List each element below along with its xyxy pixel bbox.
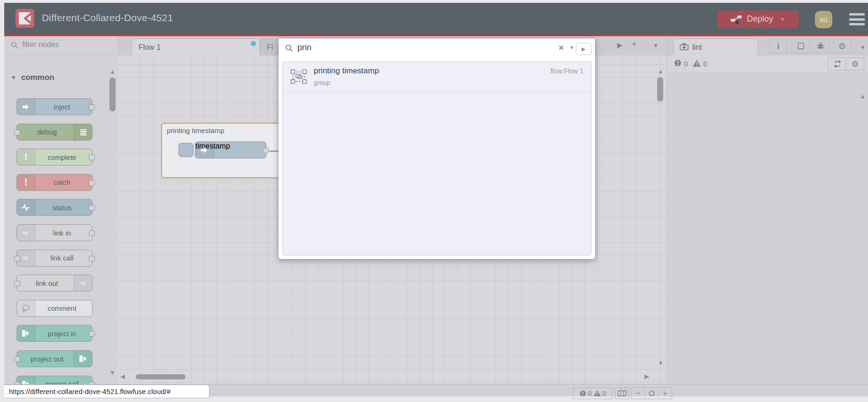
main-menu-button[interactable] bbox=[849, 13, 865, 25]
palette-node-catch[interactable]: !catch bbox=[16, 174, 93, 191]
palette: ▼ common injectdebug!complete!catchstatu… bbox=[4, 36, 118, 384]
search-input[interactable] bbox=[296, 42, 542, 53]
node-group-printing-timestamp[interactable]: printing timestamp timestamp bbox=[161, 123, 286, 178]
canvas-error-count: 0 bbox=[588, 390, 592, 397]
canvas-scroll-left-icon[interactable]: ◀ bbox=[120, 373, 125, 379]
config-nodes-tab-button[interactable]: ⚙ bbox=[833, 39, 851, 54]
clear-search-icon[interactable]: ✕ bbox=[558, 44, 564, 52]
palette-scroll-down-icon[interactable]: ▼ bbox=[109, 369, 116, 376]
search-results: printing timestamp group flow:Flow 1 bbox=[282, 62, 591, 255]
add-flow-button[interactable]: + bbox=[632, 39, 637, 49]
deploy-label: Deploy bbox=[747, 14, 773, 24]
search-input-row: ✕ ▼ ▶ bbox=[279, 39, 595, 59]
palette-node-comment[interactable]: comment bbox=[16, 300, 93, 317]
zoom-out-button[interactable]: − bbox=[631, 387, 645, 399]
navigator-map-button[interactable] bbox=[615, 387, 629, 399]
canvas-scroll-up-icon[interactable]: ▲ bbox=[658, 68, 664, 74]
output-port bbox=[89, 104, 95, 110]
sidebar-tabs-caret-icon[interactable]: ▼ bbox=[860, 44, 866, 51]
output-port bbox=[89, 205, 95, 211]
node-red-logo-icon bbox=[16, 9, 34, 28]
catch-icon: ! bbox=[17, 174, 35, 190]
canvas-scroll-right-icon[interactable]: ▶ bbox=[644, 373, 649, 379]
link-in-icon bbox=[17, 225, 35, 241]
search-next-button[interactable]: ▶ bbox=[576, 43, 591, 55]
palette-filter-input[interactable] bbox=[21, 40, 108, 49]
zoom-in-button[interactable]: + bbox=[658, 387, 672, 399]
lint-panel-body: ▲ bbox=[667, 72, 868, 384]
canvas-warning-count: 0 bbox=[603, 390, 606, 397]
canvas-hscrollbar-thumb[interactable] bbox=[136, 374, 186, 379]
palette-node-link-in[interactable]: link in bbox=[16, 224, 93, 241]
chevron-down-icon: ▼ bbox=[11, 74, 16, 81]
project-out-icon bbox=[74, 351, 92, 367]
palette-node-link-out[interactable]: link out bbox=[16, 275, 93, 292]
flow-list-caret-icon[interactable]: ▼ bbox=[653, 42, 659, 49]
complete-icon: ! bbox=[17, 149, 35, 165]
info-tab-button[interactable]: i bbox=[769, 39, 787, 54]
canvas-vscrollbar-thumb[interactable] bbox=[657, 77, 663, 102]
tab-scroll-right-icon[interactable]: ▶ bbox=[617, 41, 623, 49]
palette-filter bbox=[4, 36, 117, 56]
lint-warning-count: 0 bbox=[703, 60, 707, 68]
debug-tab-button[interactable] bbox=[812, 39, 829, 54]
sidebar-tab-bar: lint i ⚙ ▼ bbox=[667, 36, 868, 56]
tab-flow-1[interactable]: Flow 1 bbox=[132, 39, 260, 55]
search-dialog: ✕ ▼ ▶ printing timestamp bbox=[279, 39, 595, 259]
lint-panel-header: 0 0 ⚙ bbox=[667, 55, 868, 72]
output-port bbox=[89, 180, 95, 186]
palette-node-project-out[interactable]: project out bbox=[16, 350, 93, 367]
search-history-caret-icon[interactable]: ▼ bbox=[569, 45, 574, 50]
workspace-issue-counters[interactable]: 0 0 bbox=[573, 387, 612, 399]
input-port bbox=[14, 130, 20, 135]
deploy-icon bbox=[731, 15, 742, 24]
search-result-item[interactable]: printing timestamp group flow:Flow 1 bbox=[283, 62, 591, 93]
input-port bbox=[14, 356, 20, 362]
lint-refresh-button[interactable] bbox=[828, 57, 846, 71]
warning-triangle-icon bbox=[693, 60, 701, 68]
palette-node-inject[interactable]: inject bbox=[16, 98, 93, 115]
palette-scroll-up-icon[interactable]: ▲ bbox=[109, 68, 116, 75]
lint-error-count: 0 bbox=[684, 60, 688, 68]
input-port bbox=[14, 281, 20, 286]
first-aid-kit-icon bbox=[680, 43, 689, 52]
link-out-icon bbox=[74, 275, 92, 291]
help-tab-button[interactable] bbox=[791, 39, 809, 54]
palette-node-project-in[interactable]: project in bbox=[16, 325, 93, 342]
palette-node-project-call[interactable]: project call bbox=[16, 376, 93, 384]
user-avatar[interactable]: su bbox=[815, 11, 832, 28]
panel-scroll-up-icon[interactable]: ▲ bbox=[860, 93, 866, 100]
output-port bbox=[89, 331, 95, 337]
lint-settings-button[interactable]: ⚙ bbox=[846, 57, 864, 71]
deploy-options-caret-icon[interactable]: ▼ bbox=[780, 16, 785, 23]
result-type: group bbox=[314, 79, 331, 87]
node-red-editor: Different-Collared-Dove-4521 Deploy ▼ su… bbox=[0, 0, 868, 402]
status-icon bbox=[17, 199, 35, 215]
error-circle-icon bbox=[674, 59, 682, 68]
palette-node-link-call[interactable]: link call bbox=[16, 250, 93, 267]
inject-node-timestamp[interactable]: timestamp bbox=[195, 142, 266, 158]
output-port bbox=[89, 155, 95, 160]
search-icon bbox=[285, 44, 293, 54]
result-flow-label: flow:Flow 1 bbox=[550, 67, 583, 75]
zoom-reset-button[interactable] bbox=[644, 387, 659, 399]
deploy-button[interactable]: Deploy ▼ bbox=[718, 10, 798, 28]
inject-icon bbox=[17, 99, 35, 115]
palette-scrollbar-thumb[interactable] bbox=[109, 78, 116, 111]
palette-node-complete[interactable]: !complete bbox=[16, 149, 93, 166]
project-in-icon bbox=[17, 325, 35, 341]
palette-node-debug[interactable]: debug bbox=[16, 124, 93, 141]
group-icon bbox=[290, 69, 307, 86]
lint-counters: 0 0 bbox=[674, 59, 707, 68]
comment-icon bbox=[17, 300, 35, 316]
inject-trigger-button[interactable] bbox=[178, 143, 194, 157]
palette-node-status[interactable]: status bbox=[16, 199, 93, 216]
palette-category-common[interactable]: ▼ common bbox=[11, 73, 54, 82]
instance-title: Different-Collared-Dove-4521 bbox=[42, 12, 173, 24]
input-port bbox=[14, 256, 20, 261]
canvas-scroll-down-icon[interactable]: ▼ bbox=[658, 360, 664, 366]
node-output-port[interactable] bbox=[263, 148, 269, 153]
sidebar-tab-lint[interactable]: lint bbox=[674, 39, 758, 55]
inject-icon bbox=[195, 142, 214, 158]
link-preview-url: https://different-collared-dove-4521.flo… bbox=[4, 385, 209, 398]
